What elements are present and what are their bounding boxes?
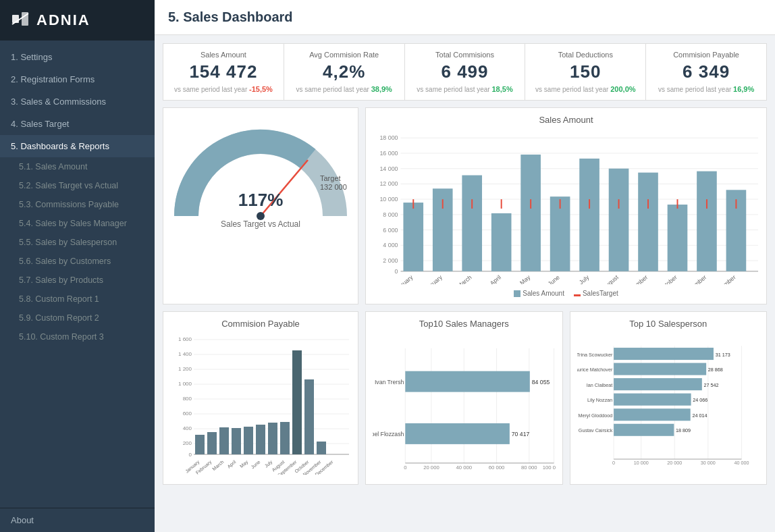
svg-rect-48	[697, 171, 717, 271]
svg-rect-88	[268, 423, 277, 454]
svg-text:April: April	[226, 459, 237, 469]
svg-text:18 809: 18 809	[676, 428, 691, 434]
svg-text:18 000: 18 000	[379, 134, 398, 141]
svg-text:1 000: 1 000	[178, 381, 192, 387]
svg-rect-86	[244, 427, 253, 454]
svg-text:March: March	[456, 274, 473, 284]
svg-text:0: 0	[404, 464, 406, 471]
top10-managers: Top10 Sales Managers 0 20 000 40 000 60 …	[365, 311, 563, 485]
svg-rect-42	[609, 169, 629, 271]
svg-text:27 542: 27 542	[703, 382, 718, 388]
svg-text:August: August	[601, 273, 620, 284]
svg-text:24 014: 24 014	[692, 413, 707, 419]
svg-text:June: June	[547, 274, 561, 284]
kpi-footer: vs same period last year 200,0%	[535, 85, 636, 93]
svg-text:800: 800	[183, 396, 192, 402]
kpi-value: 4,2%	[294, 61, 395, 82]
kpi-change: -15,5%	[249, 85, 273, 93]
top10-salesperson: Top 10 Salesperson 0 10 000 20 000 30 00…	[570, 311, 768, 485]
svg-text:1 600: 1 600	[178, 336, 192, 342]
svg-text:600: 600	[183, 410, 192, 417]
bar-chart-main: Sales Amount 18 000 16 000 14 000 12 000…	[365, 107, 767, 304]
kpi-footer: vs same period last year -15,5%	[173, 85, 274, 93]
svg-text:16 000: 16 000	[379, 150, 398, 157]
sidebar-subitem-sub-target-actual[interactable]: 5.2. Sales Target vs Actual	[0, 176, 155, 195]
svg-text:10 000: 10 000	[633, 460, 648, 467]
sidebar-item-sales-comm[interactable]: 3. Sales & Commissions	[0, 90, 155, 113]
sidebar-subitem-sub-by-products[interactable]: 5.7. Sales by Products	[0, 271, 155, 290]
sidebar-subitem-sub-by-customers[interactable]: 5.6. Sales by Customers	[0, 252, 155, 271]
svg-text:100 000: 100 000	[543, 464, 556, 471]
svg-text:400: 400	[183, 425, 192, 431]
svg-text:40 000: 40 000	[734, 460, 749, 467]
kpi-value: 154 472	[173, 61, 274, 82]
charts-row2: Commision Payable 1 600 1 400 1 200 1 00…	[163, 311, 767, 485]
svg-text:30 000: 30 000	[700, 460, 715, 467]
svg-text:24 066: 24 066	[693, 398, 707, 404]
svg-text:December: December	[712, 274, 737, 284]
svg-text:70 417: 70 417	[512, 431, 530, 438]
page-title: 5. Sales Dashboard	[155, 0, 775, 35]
sidebar-subitem-sub-sales-amount[interactable]: 5.1. Sales Amount	[0, 157, 155, 176]
commission-svg: 1 600 1 400 1 200 1 000 800 600 400 200 …	[170, 333, 352, 475]
sidebar-subitem-sub-custom2[interactable]: 5.9. Custom Report 2	[0, 309, 155, 327]
kpi-change: 18,5%	[491, 85, 512, 93]
svg-rect-32	[462, 176, 482, 271]
svg-rect-44	[638, 173, 658, 271]
kpi-footer: vs same period last year 38,9%	[294, 85, 395, 93]
svg-text:May: May	[518, 273, 532, 284]
kpi-label: Total Deductions	[535, 51, 636, 59]
kpi-label: Avg Commision Rate	[294, 51, 395, 59]
svg-text:6 000: 6 000	[383, 227, 398, 234]
svg-rect-28	[403, 203, 423, 271]
svg-rect-34	[491, 213, 512, 271]
sidebar-subitem-sub-by-salesperson[interactable]: 5.5. Sales by Salesperson	[0, 233, 155, 252]
svg-text:80 000: 80 000	[521, 464, 537, 471]
svg-text:February: February	[421, 273, 444, 284]
svg-text:4 000: 4 000	[383, 242, 398, 248]
kpi-label: Sales Amount	[173, 51, 274, 59]
sidebar-subitem-sub-custom3[interactable]: 5.10. Custom Report 3	[0, 327, 155, 346]
svg-rect-140	[614, 363, 706, 375]
svg-rect-137	[614, 348, 714, 360]
svg-text:July: July	[578, 273, 591, 284]
main-body: Sales Amount 154 472 vs same period last…	[155, 35, 775, 532]
svg-rect-36	[520, 155, 541, 271]
sidebar-item-settings[interactable]: 1. Settings	[0, 46, 155, 68]
svg-text:June: June	[250, 460, 261, 470]
svg-text:20 000: 20 000	[667, 460, 682, 467]
sidebar-item-registration[interactable]: 2. Registration Forms	[0, 68, 155, 90]
svg-rect-46	[668, 205, 688, 271]
main-bar-svg: 18 000 16 000 14 000 12 000 10 000 8 000…	[373, 129, 759, 284]
sidebar-subitem-sub-comm-payable[interactable]: 5.3. Commissions Payable	[0, 195, 155, 214]
sidebar-subitem-sub-by-manager[interactable]: 5.4. Sales by Sales Manager	[0, 214, 155, 233]
kpi-card: Avg Commision Rate 4,2% vs same period l…	[284, 44, 405, 100]
kpi-card: Commision Payable 6 349 vs same period l…	[646, 44, 766, 100]
sidebar-item-sales-target[interactable]: 4. Sales Target	[0, 113, 155, 135]
svg-text:Isabel Flozzash: Isabel Flozzash	[373, 431, 404, 438]
svg-text:200: 200	[183, 440, 192, 446]
svg-rect-152	[614, 424, 674, 436]
kpi-footer: vs same period last year 18,5%	[415, 85, 516, 93]
bar-chart-legend: Sales Amount SalesTarget	[373, 290, 759, 297]
svg-text:31 173: 31 173	[715, 352, 730, 358]
svg-rect-89	[280, 422, 290, 454]
svg-text:Trina Scowucker: Trina Scowucker	[577, 352, 613, 358]
svg-text:Ivan Trersh: Ivan Trersh	[375, 379, 404, 385]
sidebar-item-dashboards[interactable]: 5. Dashboards & Reports	[0, 135, 155, 157]
sidebar: ADNIA 1. Settings2. Registration Forms3.…	[0, 0, 155, 532]
kpi-change: 200,0%	[610, 85, 635, 93]
svg-text:January: January	[394, 273, 415, 284]
kpi-value: 150	[535, 61, 636, 82]
svg-rect-85	[232, 428, 241, 454]
logo-text: ADNIA	[36, 11, 90, 29]
svg-text:0: 0	[189, 452, 192, 458]
commission-chart-title: Commision Payable	[170, 319, 351, 329]
svg-text:0: 0	[395, 268, 398, 275]
svg-rect-92	[317, 442, 326, 454]
sidebar-about[interactable]: About	[0, 508, 155, 532]
svg-text:117%: 117%	[238, 190, 284, 210]
svg-text:60 000: 60 000	[489, 464, 505, 471]
sidebar-subitem-sub-custom1[interactable]: 5.8. Custom Report 1	[0, 290, 155, 309]
gauge-container: 117% Target 132 000 Sales Target vs Actu…	[170, 115, 351, 232]
